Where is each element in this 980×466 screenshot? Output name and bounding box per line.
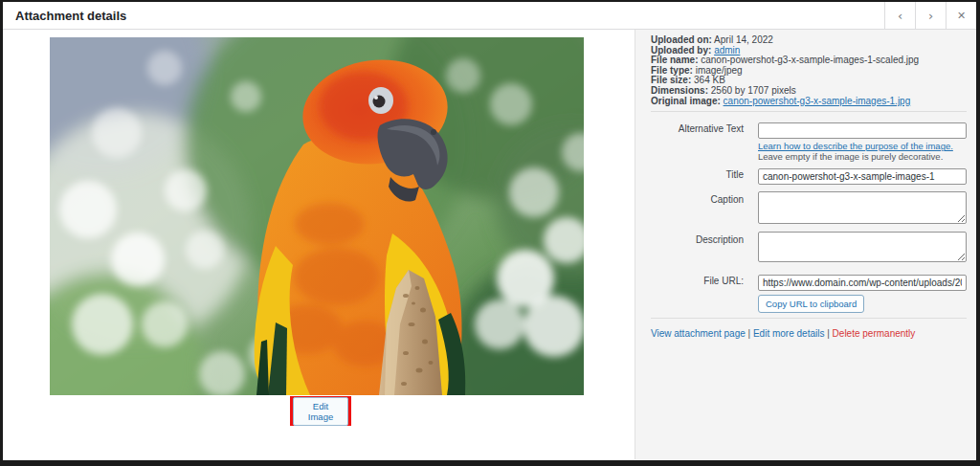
alt-text-row: Alternative Text Learn how to describe t… bbox=[651, 121, 967, 162]
file-url-label: File URL: bbox=[651, 273, 758, 286]
meta-label: Uploaded by: bbox=[651, 46, 711, 55]
close-icon: ✕ bbox=[957, 11, 966, 21]
action-separator: | bbox=[748, 328, 751, 339]
chevron-left-icon: ‹ bbox=[898, 10, 902, 22]
meta-value: canon-powershot-g3-x-sample-images-1-sca… bbox=[698, 55, 919, 65]
learn-how-link[interactable]: Learn how to describe the purpose of the… bbox=[758, 141, 953, 151]
title-input[interactable] bbox=[758, 168, 967, 185]
media-pane: Edit Image bbox=[3, 30, 635, 459]
file-url-input[interactable] bbox=[758, 275, 967, 291]
meta-label: Dimensions: bbox=[651, 86, 708, 96]
modal-nav-buttons: ‹ › ✕ bbox=[884, 2, 976, 29]
attachment-preview-image bbox=[50, 37, 584, 395]
meta-value: April 14, 2022 bbox=[712, 35, 773, 45]
action-separator: | bbox=[827, 328, 830, 339]
meta-label: File size: bbox=[651, 76, 691, 85]
view-attachment-page-link[interactable]: View attachment page bbox=[651, 328, 746, 339]
copy-url-button[interactable]: Copy URL to clipboard bbox=[758, 295, 864, 313]
alt-text-label: Alternative Text bbox=[651, 121, 758, 134]
meta-value: 2560 by 1707 pixels bbox=[708, 86, 796, 96]
attachment-actions: View attachment page | Edit more details… bbox=[651, 319, 967, 339]
close-modal-button[interactable]: ✕ bbox=[946, 2, 976, 29]
meta-label: Original image: bbox=[651, 97, 721, 106]
previous-attachment-button[interactable]: ‹ bbox=[884, 2, 915, 29]
modal-title: Attachment details bbox=[3, 9, 884, 23]
chevron-right-icon: › bbox=[928, 10, 933, 22]
meta-uploaded-on: Uploaded on: April 14, 2022 bbox=[651, 35, 967, 46]
description-textarea[interactable] bbox=[758, 232, 967, 262]
modal-content: Edit Image Uploaded on: April 14, 2022 U… bbox=[3, 30, 976, 459]
edit-more-details-link[interactable]: Edit more details bbox=[753, 328, 824, 339]
modal-titlebar: Attachment details ‹ › ✕ bbox=[3, 2, 976, 30]
alt-text-helper: Learn how to describe the purpose of the… bbox=[758, 142, 967, 162]
meta-label: File type: bbox=[651, 66, 693, 76]
copy-url-row: Copy URL to clipboard bbox=[651, 294, 967, 313]
meta-value: 364 KB bbox=[691, 76, 725, 85]
meta-value: image/jpeg bbox=[693, 66, 743, 76]
meta-original-image: Original image: canon-powershot-g3-x-sam… bbox=[651, 97, 967, 107]
uploaded-by-link[interactable]: admin bbox=[714, 46, 740, 55]
details-pane: Uploaded on: April 14, 2022 Uploaded by:… bbox=[635, 30, 976, 459]
meta-uploaded-by: Uploaded by: admin bbox=[651, 46, 967, 56]
meta-file-size: File size: 364 KB bbox=[651, 76, 967, 86]
caption-row: Caption bbox=[651, 191, 967, 224]
attachment-details-modal: Attachment details ‹ › ✕ bbox=[0, 0, 980, 466]
edit-image-button[interactable]: Edit Image bbox=[293, 397, 348, 426]
title-row: Title bbox=[651, 166, 967, 185]
original-image-link[interactable]: canon-powershot-g3-x-sample-images-1.jpg bbox=[724, 97, 911, 106]
description-row: Description bbox=[651, 232, 967, 262]
delete-permanently-link[interactable]: Delete permanently bbox=[833, 328, 916, 339]
meta-label: File name: bbox=[651, 55, 698, 65]
meta-file-type: File type: image/jpeg bbox=[651, 66, 967, 77]
caption-label: Caption bbox=[651, 191, 758, 205]
caption-textarea[interactable] bbox=[758, 191, 967, 224]
meta-file-name: File name: canon-powershot-g3-x-sample-i… bbox=[651, 55, 967, 66]
attachment-settings-form: Alternative Text Learn how to describe t… bbox=[651, 112, 967, 313]
next-attachment-button[interactable]: › bbox=[915, 2, 946, 29]
alt-text-helper-rest: Leave empty if the image is purely decor… bbox=[758, 151, 943, 162]
title-label: Title bbox=[651, 166, 758, 180]
meta-label: Uploaded on: bbox=[651, 35, 712, 45]
meta-dimensions: Dimensions: 2560 by 1707 pixels bbox=[651, 86, 967, 97]
alt-text-input[interactable] bbox=[758, 122, 967, 139]
description-label: Description bbox=[651, 232, 758, 245]
attachment-meta: Uploaded on: April 14, 2022 Uploaded by:… bbox=[651, 35, 967, 106]
file-url-row: File URL: bbox=[651, 273, 967, 291]
annotation-box: Edit Image bbox=[290, 396, 351, 426]
